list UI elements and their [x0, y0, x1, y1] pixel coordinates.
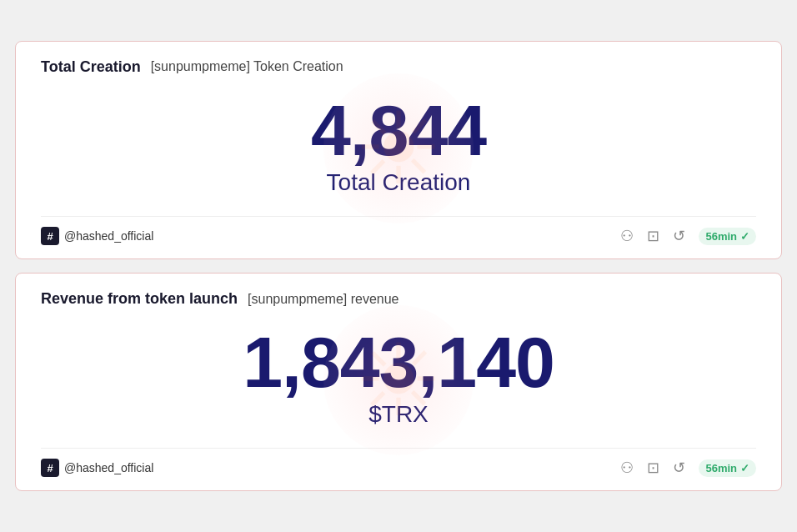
card2-author-tag: # @hashed_official — [41, 459, 153, 477]
camera-icon-2[interactable]: ⊡ — [647, 459, 659, 477]
card1-title: Total Creation — [41, 58, 141, 76]
time-badge-1: 56min ✓ — [699, 228, 756, 245]
check-icon-2: ✓ — [740, 462, 749, 474]
link-icon-1[interactable]: ⚇ — [620, 227, 634, 245]
refresh-icon-1[interactable]: ↺ — [673, 227, 685, 245]
revenue-card: Revenue from token launch [sunpumpmeme] … — [15, 273, 782, 491]
watermark-sun-1: ☀ — [353, 90, 444, 206]
link-icon-2[interactable]: ⚇ — [620, 459, 634, 477]
card2-body: ☀ 1,843,140 $TRX — [41, 316, 756, 444]
card1-body: ☀ 4,844 Total Creation — [41, 84, 756, 213]
time-label-1: 56min — [705, 230, 737, 243]
card1-footer-actions: ⚇ ⊡ ↺ 56min ✓ — [620, 227, 756, 245]
card2-title: Revenue from token launch — [41, 290, 238, 308]
total-creation-card: Total Creation [sunpumpmeme] Token Creat… — [15, 41, 782, 259]
card1-subtitle: [sunpumpmeme] Token Creation — [151, 59, 343, 74]
card2-footer-actions: ⚇ ⊡ ↺ 56min ✓ — [620, 459, 756, 477]
card2-subtitle: [sunpumpmeme] revenue — [248, 292, 398, 307]
card2-author: @hashed_official — [64, 461, 153, 474]
time-badge-2: 56min ✓ — [699, 459, 756, 477]
hash-badge-2: # — [41, 459, 59, 477]
card1-author: @hashed_official — [64, 229, 153, 243]
refresh-icon-2[interactable]: ↺ — [673, 459, 685, 477]
check-icon-1: ✓ — [740, 230, 749, 243]
hash-badge-1: # — [41, 227, 59, 245]
card1-author-tag: # @hashed_official — [41, 227, 153, 245]
time-label-2: 56min — [705, 462, 737, 474]
camera-icon-1[interactable]: ⊡ — [647, 227, 659, 245]
watermark-sun-2: ☀ — [353, 323, 444, 439]
